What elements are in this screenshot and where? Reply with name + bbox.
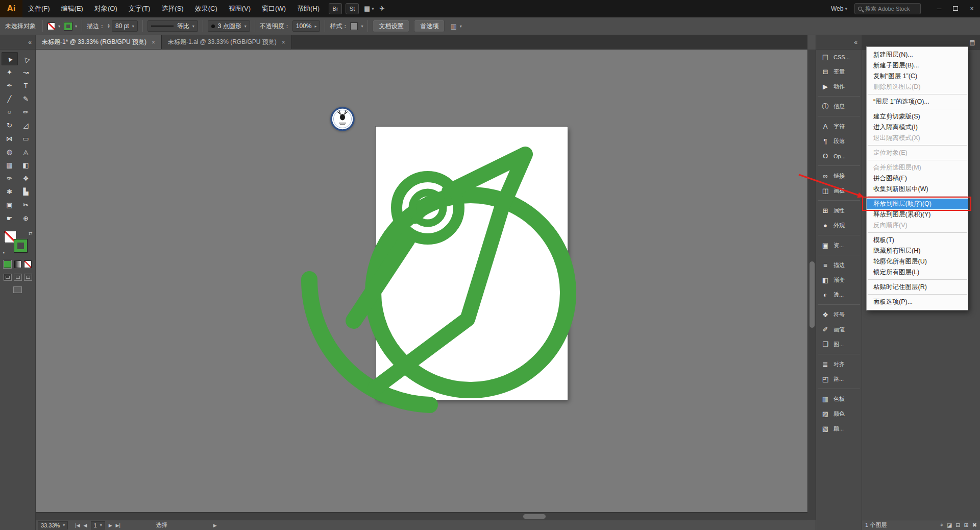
close-button[interactable]: × <box>964 2 980 15</box>
free-transform-tool[interactable]: ▭ <box>18 132 34 145</box>
menubar-menu-7[interactable]: 窗口(W) <box>256 0 291 17</box>
layers-menu-item[interactable]: 隐藏所有图层(H) <box>867 246 968 256</box>
horizontal-scrollbar[interactable] <box>36 512 807 520</box>
first-artboard-icon[interactable]: |◀ <box>75 523 80 528</box>
vertical-scrollbar-thumb[interactable] <box>810 261 815 328</box>
stroke-caret-icon[interactable]: ▾ <box>75 24 77 29</box>
panel-icon-gradient[interactable]: ◧渐变 <box>816 273 862 287</box>
horizontal-scrollbar-thumb[interactable] <box>523 514 546 519</box>
panel-icon-color[interactable]: ▨颜色 <box>816 406 862 421</box>
document-tab-1[interactable]: 未标题-1.ai @ 33.33% (RGB/GPU 预览)× <box>162 35 292 49</box>
opacity-field[interactable]: 100% ▸ <box>292 20 321 32</box>
layers-menu-item[interactable]: 锁定所有图层(L) <box>867 267 968 278</box>
panel-icon-asset-export[interactable]: ▣资... <box>816 238 862 253</box>
status-menu-arrow-icon[interactable]: ▶ <box>213 523 217 528</box>
arrange-documents-caret-icon[interactable]: ▾ <box>372 6 374 11</box>
new-sublayer-icon[interactable]: ⊟ <box>955 522 960 528</box>
clipping-mask-icon[interactable]: ◪ <box>947 522 952 528</box>
lasso-tool[interactable]: ↝ <box>18 65 34 79</box>
layers-menu-item[interactable]: 轮廓化所有图层(U) <box>867 256 968 267</box>
default-fill-stroke-icon[interactable]: ▪ <box>3 250 5 255</box>
panel-icon-paragraph[interactable]: ¶段落 <box>816 134 862 149</box>
draw-inside-mode-button[interactable] <box>24 274 32 281</box>
draw-behind-mode-button[interactable] <box>14 274 22 281</box>
workspace-switcher[interactable]: Web ▾ <box>831 5 847 12</box>
stroke-swatch[interactable] <box>14 239 27 252</box>
stock-button[interactable]: St <box>346 3 359 14</box>
panel-icon-attributes[interactable]: ⊞属性 <box>816 203 862 218</box>
green-bird-artwork[interactable] <box>296 143 582 421</box>
panel-icon-color-guide[interactable]: ▧颜... <box>816 421 862 436</box>
layers-menu-item[interactable]: 粘贴时记住图层(R) <box>867 282 968 293</box>
panel-icon-graphic-styles[interactable]: ❐图... <box>816 337 862 352</box>
stroke-weight-field[interactable]: 80 pt ▾ <box>112 20 138 32</box>
draw-normal-mode-button[interactable] <box>4 274 12 281</box>
layers-menu-item[interactable]: “图层 1”的选项(O)... <box>867 97 968 107</box>
menubar-menu-8[interactable]: 帮助(H) <box>291 0 325 17</box>
arrange-documents-icon[interactable]: ▦ <box>364 5 370 12</box>
panel-icon-opentype[interactable]: OOp... <box>816 149 862 163</box>
panel-icon-variables[interactable]: ⊟变量 <box>816 64 862 79</box>
perspective-grid-tool[interactable]: ◬ <box>18 145 34 158</box>
layers-menu-item[interactable]: 面板选项(P)... <box>867 297 968 307</box>
align-options-caret-icon[interactable]: ▾ <box>460 24 462 29</box>
brush-definition-dropdown[interactable]: 3 点圆形 ▾ <box>208 20 250 32</box>
panel-icon-actions[interactable]: ▶动作 <box>816 79 862 94</box>
bridge-button[interactable]: Br <box>329 3 342 14</box>
pencil-tool[interactable]: ✏ <box>18 105 34 118</box>
zoom-tool[interactable]: ⊕ <box>18 211 34 225</box>
vertical-scrollbar[interactable] <box>807 50 816 512</box>
panel-icon-appearance[interactable]: ●外观 <box>816 218 862 233</box>
panel-icon-css-properties[interactable]: ▤CSS... <box>816 50 862 64</box>
panel-icon-pathfinder[interactable]: ◰路... <box>816 372 862 387</box>
layers-menu-item[interactable]: 拼合图稿(F) <box>867 173 968 184</box>
direct-selection-tool[interactable]: △ <box>18 52 34 65</box>
artboard-tool[interactable]: ▣ <box>2 198 18 211</box>
line-segment-tool[interactable]: ╱ <box>2 92 18 105</box>
magic-wand-tool[interactable]: ✦ <box>2 65 18 79</box>
menubar-menu-4[interactable]: 选择(S) <box>156 0 189 17</box>
layers-menu-item[interactable]: 释放到图层(累积)(Y) <box>867 209 968 220</box>
document-setup-button[interactable]: 文档设置 <box>373 20 409 32</box>
mesh-tool[interactable]: ▦ <box>2 158 18 172</box>
hand-tool[interactable]: ☛ <box>2 211 18 225</box>
panel-icon-brushes[interactable]: ✐画笔 <box>816 322 862 337</box>
panel-icon-info[interactable]: ⓘ信息 <box>816 99 862 114</box>
minimize-button[interactable]: ─ <box>931 2 947 15</box>
selection-tool[interactable]: ▲ <box>2 52 18 65</box>
new-layer-icon[interactable]: ⊞ <box>964 522 969 528</box>
panel-icon-align[interactable]: ≣对齐 <box>816 357 862 372</box>
gradient-tool[interactable]: ◧ <box>18 158 34 172</box>
menubar-menu-3[interactable]: 文字(T) <box>123 0 156 17</box>
fill-caret-icon[interactable]: ▾ <box>58 24 60 29</box>
ellipse-tool[interactable]: ○ <box>2 105 18 118</box>
locate-object-icon[interactable]: ⌖ <box>940 522 943 528</box>
align-options-icon[interactable]: ▥ <box>450 22 456 30</box>
symbol-sprayer-tool[interactable]: ❃ <box>2 185 18 198</box>
menubar-menu-0[interactable]: 文件(F) <box>22 0 56 17</box>
panel-icon-transparency[interactable]: ◐透... <box>816 287 862 302</box>
layers-menu-item[interactable]: 复制“图层 1”(C) <box>867 71 968 82</box>
color-button[interactable] <box>4 260 11 268</box>
panel-icon-links[interactable]: ∞链接 <box>816 168 862 183</box>
panel-icon-stroke[interactable]: ≡描边 <box>816 258 862 273</box>
pen-tool[interactable]: ✒ <box>2 79 18 92</box>
search-input[interactable] <box>865 6 917 12</box>
gpu-performance-icon[interactable]: ✈ <box>379 5 385 12</box>
layers-menu-item[interactable]: 建立剪切蒙版(S) <box>867 111 968 122</box>
eyedropper-tool[interactable]: ✑ <box>2 172 18 185</box>
screen-mode-button[interactable] <box>13 286 22 293</box>
maximize-button[interactable] <box>947 2 964 15</box>
layers-menu-item[interactable]: 释放到图层(顺序)(Q) <box>867 199 968 209</box>
layers-menu-item[interactable]: 收集到新图层中(W) <box>867 184 968 195</box>
last-artboard-icon[interactable]: ▶| <box>116 523 120 528</box>
blend-tool[interactable]: ❖ <box>18 172 34 185</box>
gradient-button[interactable] <box>14 260 21 268</box>
swap-fill-stroke-icon[interactable]: ⇄ <box>29 231 33 236</box>
next-artboard-icon[interactable]: ▶ <box>109 523 112 528</box>
menubar-menu-2[interactable]: 对象(O) <box>89 0 123 17</box>
width-profile-dropdown[interactable]: 等比 ▾ <box>148 20 198 32</box>
dock-collapse-button[interactable]: « <box>816 35 862 50</box>
previous-artboard-icon[interactable]: ◀ <box>84 523 87 528</box>
panel-menu-icon[interactable]: ▤ <box>967 37 978 48</box>
